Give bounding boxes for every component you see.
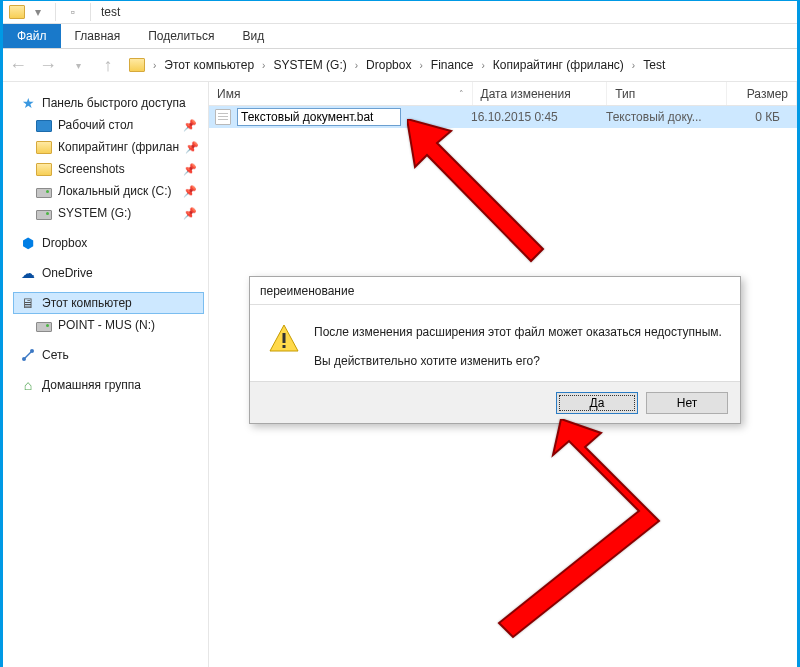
breadcrumb[interactable]: Test [641,57,667,73]
sidebar-item-drive[interactable]: POINT - MUS (N:) [13,314,204,336]
sidebar-item-label: SYSTEM (G:) [58,206,131,220]
sidebar-item-label: Копирайтинг (фрилан [58,140,179,154]
folder-icon [36,163,52,176]
sidebar-item-label: Рабочий стол [58,118,133,132]
chevron-right-icon[interactable]: › [413,60,428,71]
nav-recent-dropdown[interactable]: ▾ [65,53,91,77]
svg-line-2 [25,352,31,358]
cloud-icon: ☁ [20,265,36,281]
homegroup-icon: ⌂ [20,377,36,393]
drive-icon [36,188,52,198]
chevron-right-icon[interactable]: › [476,60,491,71]
dialog-buttons: Да Нет [250,381,740,423]
file-date-modified: 16.10.2015 0:45 [463,110,598,124]
sidebar-item-folder[interactable]: Копирайтинг (фрилан 📌 [13,136,204,158]
chevron-right-icon[interactable]: › [626,60,641,71]
pin-icon: 📌 [183,185,197,198]
window-folder-icon [9,5,25,19]
dialog-title: переименование [250,277,740,305]
nav-back-button[interactable]: ← [5,53,31,77]
qat-dropdown-icon[interactable]: ▾ [31,5,45,19]
pin-icon: 📌 [185,141,199,154]
ribbon-tabs: Файл Главная Поделиться Вид [3,24,797,49]
sidebar-homegroup[interactable]: ⌂ Домашняя группа [13,374,204,396]
text-file-icon [215,109,231,125]
address-row: ← → ▾ ↑ › Этот компьютер › SYSTEM (G:) ›… [3,49,797,82]
tab-file[interactable]: Файл [3,24,61,48]
svg-rect-4 [283,333,286,343]
tab-home[interactable]: Главная [61,24,135,48]
sidebar-dropbox[interactable]: ⬢ Dropbox [13,232,204,254]
tab-view[interactable]: Вид [228,24,278,48]
sidebar-item-label: Панель быстрого доступа [42,96,186,110]
dialog-no-button[interactable]: Нет [646,392,728,414]
window-title: test [101,5,120,19]
sidebar-item-label: Сеть [42,348,69,362]
chevron-right-icon[interactable]: › [147,60,162,71]
pin-icon: 📌 [183,163,197,176]
sidebar-item-label: Этот компьютер [42,296,132,310]
sidebar-onedrive[interactable]: ☁ OneDrive [13,262,204,284]
sidebar-item-desktop[interactable]: Рабочий стол 📌 [13,114,204,136]
dialog-line2: Вы действительно хотите изменить его? [314,352,722,371]
computer-icon: 🖥 [20,295,36,311]
title-bar: ▾ ▫ test [3,1,797,24]
address-folder-icon [129,58,145,72]
drive-icon [36,322,52,332]
dialog-line1: После изменения расширения этот файл мож… [314,323,722,342]
sidebar-item-label: Домашняя группа [42,378,141,392]
sidebar-item-label: POINT - MUS (N:) [58,318,155,332]
navigation-pane: ★ Панель быстрого доступа Рабочий стол 📌… [3,82,209,667]
separator [55,3,56,21]
network-icon [20,347,36,363]
file-type: Текстовый доку... [598,110,718,124]
sidebar-item-drive[interactable]: Локальный диск (C:) 📌 [13,180,204,202]
warning-icon [268,323,300,355]
dialog-yes-button[interactable]: Да [556,392,638,414]
pin-icon: 📌 [183,119,197,132]
column-label: Имя [217,87,240,101]
column-header-type[interactable]: Тип [607,82,727,105]
qat-placeholder-icon[interactable]: ▫ [66,5,80,19]
column-header-size[interactable]: Размер [727,82,797,105]
sidebar-item-drive[interactable]: SYSTEM (G:) 📌 [13,202,204,224]
nav-forward-button[interactable]: → [35,53,61,77]
star-icon: ★ [20,95,36,111]
sidebar-this-pc[interactable]: 🖥 Этот компьютер [13,292,204,314]
sidebar-item-label: OneDrive [42,266,93,280]
chevron-right-icon[interactable]: › [349,60,364,71]
breadcrumb[interactable]: SYSTEM (G:) [271,57,348,73]
file-rename-input[interactable] [237,108,401,126]
dialog-text: После изменения расширения этот файл мож… [314,323,722,371]
address-bar[interactable]: › Этот компьютер › SYSTEM (G:) › Dropbox… [125,54,791,77]
breadcrumb[interactable]: Finance [429,57,476,73]
column-header-date[interactable]: Дата изменения [473,82,608,105]
svg-rect-5 [283,345,286,348]
folder-icon [36,141,52,154]
rename-confirm-dialog: переименование После изменения расширени… [249,276,741,424]
sidebar-item-label: Локальный диск (C:) [58,184,172,198]
sidebar-quick-access[interactable]: ★ Панель быстрого доступа [13,92,204,114]
dialog-body: После изменения расширения этот файл мож… [250,305,740,381]
tab-share[interactable]: Поделиться [134,24,228,48]
breadcrumb[interactable]: Этот компьютер [162,57,256,73]
sidebar-item-label: Dropbox [42,236,87,250]
sort-indicator-icon: ˄ [459,89,464,99]
file-row[interactable]: 16.10.2015 0:45 Текстовый доку... 0 КБ [209,106,797,128]
separator [90,3,91,21]
pin-icon: 📌 [183,207,197,220]
drive-icon [36,210,52,220]
sidebar-item-folder[interactable]: Screenshots 📌 [13,158,204,180]
nav-up-button[interactable]: ↑ [95,53,121,77]
sidebar-item-label: Screenshots [58,162,125,176]
column-headers: Имя ˄ Дата изменения Тип Размер [209,82,797,106]
dropbox-icon: ⬢ [20,235,36,251]
chevron-right-icon[interactable]: › [256,60,271,71]
file-size: 0 КБ [718,110,788,124]
desktop-icon [36,120,52,132]
sidebar-network[interactable]: Сеть [13,344,204,366]
column-header-name[interactable]: Имя ˄ [209,82,473,105]
breadcrumb[interactable]: Копирайтинг (фриланс) [491,57,626,73]
breadcrumb[interactable]: Dropbox [364,57,413,73]
